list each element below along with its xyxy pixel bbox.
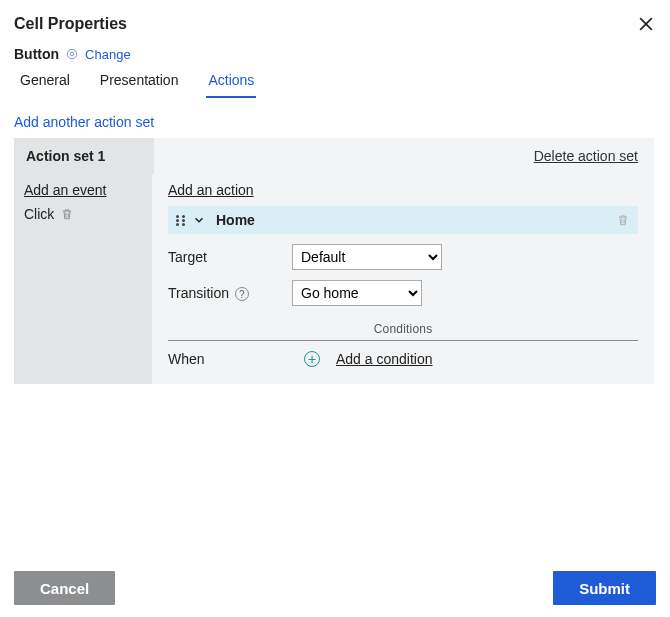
tab-actions[interactable]: Actions	[206, 68, 256, 98]
add-action-link[interactable]: Add an action	[168, 182, 254, 198]
trash-icon[interactable]	[616, 213, 630, 227]
close-icon[interactable]	[636, 14, 656, 34]
change-type-link[interactable]: Change	[85, 47, 131, 62]
tabs: General Presentation Actions	[14, 68, 656, 98]
cell-type-label: Button	[14, 46, 59, 62]
delete-action-set-link[interactable]: Delete action set	[534, 148, 638, 164]
action-header: Home	[168, 206, 638, 234]
action-set-title: Action set 1	[14, 138, 154, 174]
target-label: Target	[168, 249, 288, 265]
tab-general[interactable]: General	[18, 68, 72, 98]
svg-point-3	[70, 52, 74, 56]
drag-handle-icon[interactable]	[176, 215, 186, 226]
events-column: Add an event Click	[14, 174, 152, 384]
action-set: Action set 1 Delete action set Add an ev…	[14, 138, 654, 384]
add-event-link[interactable]: Add an event	[24, 182, 107, 198]
trash-icon[interactable]	[60, 207, 74, 221]
actions-column: Add an action Home Target Default	[152, 174, 654, 384]
add-condition-link[interactable]: Add a condition	[336, 351, 433, 367]
transition-label: Transition ?	[168, 285, 288, 302]
transition-label-text: Transition	[168, 285, 229, 301]
add-action-set-link[interactable]: Add another action set	[14, 114, 154, 130]
event-row: Click	[24, 206, 142, 222]
action-name: Home	[216, 212, 255, 228]
dialog-title: Cell Properties	[14, 15, 127, 33]
when-label: When	[168, 351, 288, 367]
change-target-icon	[65, 47, 79, 61]
conditions-header: Conditions	[168, 314, 638, 341]
cancel-button[interactable]: Cancel	[14, 571, 115, 605]
tab-presentation[interactable]: Presentation	[98, 68, 181, 98]
submit-button[interactable]: Submit	[553, 571, 656, 605]
plus-icon[interactable]: +	[304, 351, 320, 367]
event-label: Click	[24, 206, 54, 222]
help-icon[interactable]: ?	[235, 287, 249, 301]
action-card: Home Target Default Transition ?	[168, 206, 638, 367]
chevron-down-icon[interactable]	[192, 213, 206, 227]
transition-select[interactable]: Go home	[292, 280, 422, 306]
svg-point-2	[67, 49, 76, 58]
target-select[interactable]: Default	[292, 244, 442, 270]
